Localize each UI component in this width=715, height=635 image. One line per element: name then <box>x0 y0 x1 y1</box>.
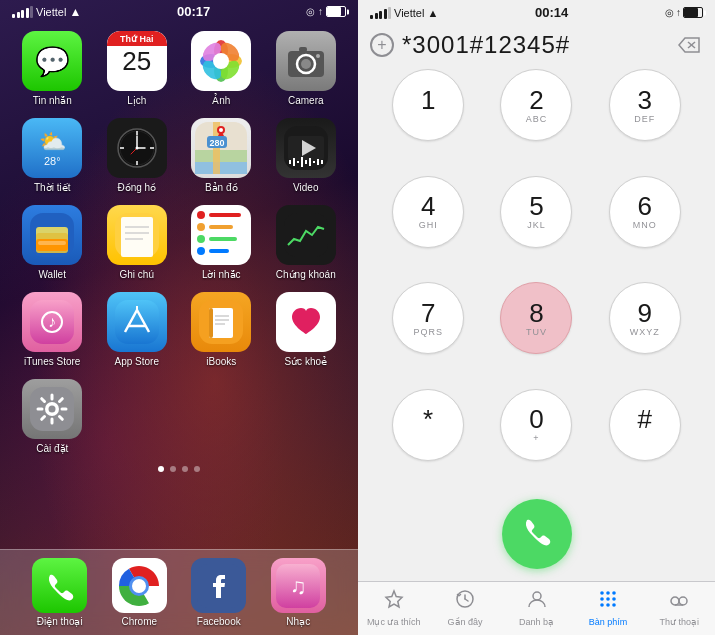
app-video[interactable]: Video <box>270 118 343 193</box>
notes-icon <box>107 205 167 265</box>
app-maps[interactable]: 280 Bản đồ <box>185 118 258 193</box>
right-battery <box>683 7 703 18</box>
carrier-label: Viettel <box>36 6 66 18</box>
contacts-label: Danh bạ <box>519 617 554 627</box>
key-0-main: 0 <box>529 406 543 432</box>
page-dot-1[interactable] <box>158 466 164 472</box>
svg-rect-63 <box>209 308 213 338</box>
key-4[interactable]: 4 GHI <box>392 176 464 248</box>
key-hash-main: # <box>638 406 652 432</box>
dialer-status-bar: Viettel ▲ 00:14 ◎ ↑ <box>358 0 715 25</box>
key-0-sub: + <box>533 433 539 443</box>
page-dot-2[interactable] <box>170 466 176 472</box>
svg-point-101 <box>679 597 687 605</box>
app-camera[interactable]: Camera <box>270 31 343 106</box>
key-9[interactable]: 9 WXYZ <box>609 282 681 354</box>
app-messages[interactable]: 💬 Tin nhắn <box>16 31 89 106</box>
key-8[interactable]: 8 TUV <box>500 282 572 354</box>
svg-line-78 <box>42 417 45 420</box>
sig1 <box>12 14 15 18</box>
app-calendar[interactable]: Thứ Hai 25 Lịch <box>101 31 174 106</box>
health-label: Sức khoẻ <box>284 356 327 367</box>
appstore-label: App Store <box>115 356 159 367</box>
right-loc-icon: ◎ <box>665 7 674 18</box>
key-6-sub: MNO <box>633 220 657 230</box>
keypad: 1 2 ABC 3 DEF 4 GHI 5 JKL 6 MNO 7 <box>358 65 715 491</box>
app-stocks[interactable]: Chứng khoán <box>270 205 343 280</box>
keypad-label: Bàn phím <box>589 617 628 627</box>
signal-bars <box>12 6 33 18</box>
facebook-icon <box>191 558 246 613</box>
app-reminders[interactable]: Lời nhắc <box>185 205 258 280</box>
tab-favorites[interactable]: Mục ưa thích <box>358 588 429 627</box>
key-1[interactable]: 1 <box>392 69 464 141</box>
svg-point-94 <box>600 597 604 601</box>
app-clock[interactable]: Đồng hồ <box>101 118 174 193</box>
app-settings[interactable]: Cài đặt <box>16 379 89 454</box>
svg-point-8 <box>213 53 229 69</box>
dock-music[interactable]: ♫ Nhạc <box>271 558 326 627</box>
app-appstore[interactable]: App Store <box>101 292 174 367</box>
key-3[interactable]: 3 DEF <box>609 69 681 141</box>
tab-bar: Mục ưa thích Gần đây Danh bạ <box>358 581 715 635</box>
key-6[interactable]: 6 MNO <box>609 176 681 248</box>
dock-facebook[interactable]: Facebook <box>191 558 246 627</box>
page-dot-4[interactable] <box>194 466 200 472</box>
video-label: Video <box>293 182 318 193</box>
recents-label: Gần đây <box>448 617 483 627</box>
photos-label: Ảnh <box>212 95 230 106</box>
call-button[interactable] <box>502 499 572 569</box>
voicemail-label: Thư thoại <box>660 617 700 627</box>
tab-keypad[interactable]: Bàn phím <box>572 588 643 627</box>
health-icon <box>276 292 336 352</box>
page-dot-3[interactable] <box>182 466 188 472</box>
app-photos[interactable]: Ảnh <box>185 31 258 106</box>
key-star[interactable]: * <box>392 389 464 461</box>
favorites-icon <box>383 588 405 615</box>
dialer-delete-button[interactable] <box>675 35 703 55</box>
key-4-main: 4 <box>421 193 435 219</box>
keypad-icon <box>597 588 619 615</box>
music-label: Nhạc <box>286 616 310 627</box>
voicemail-icon <box>668 588 690 615</box>
svg-point-90 <box>533 592 541 600</box>
key-5[interactable]: 5 JKL <box>500 176 572 248</box>
svg-rect-51 <box>121 217 153 257</box>
clock-label: Đồng hồ <box>117 182 156 193</box>
left-phone: Viettel ▲ 00:17 ◎ ↑ 💬 Tin nhắn Thứ Hai <box>0 0 358 635</box>
reminders-label: Lời nhắc <box>202 269 241 280</box>
key-0[interactable]: 0 + <box>500 389 572 461</box>
camera-icon <box>276 31 336 91</box>
contacts-icon <box>526 588 548 615</box>
dock-phone[interactable]: Điện thoại <box>32 558 87 627</box>
key-7[interactable]: 7 PQRS <box>392 282 464 354</box>
dialer-input-row: + *3001#12345# <box>358 25 715 65</box>
svg-rect-55 <box>284 213 328 257</box>
tab-voicemail[interactable]: Thư thoại <box>644 588 715 627</box>
tab-contacts[interactable]: Danh bạ <box>501 588 572 627</box>
signal-icon2: ↑ <box>318 6 323 17</box>
maps-icon: 280 <box>191 118 251 178</box>
dock-chrome[interactable]: Chrome <box>112 558 167 627</box>
key-9-main: 9 <box>638 300 652 326</box>
left-status-bar: Viettel ▲ 00:17 ◎ ↑ <box>0 0 358 23</box>
dialer-plus-button[interactable]: + <box>370 33 394 57</box>
itunes-icon: ♪ <box>22 292 82 352</box>
svg-point-11 <box>301 59 311 69</box>
tab-recents[interactable]: Gần đây <box>429 588 500 627</box>
app-ibooks[interactable]: iBooks <box>185 292 258 367</box>
key-hash[interactable]: # <box>609 389 681 461</box>
left-status-left: Viettel ▲ <box>12 5 81 19</box>
app-health[interactable]: Sức khoẻ <box>270 292 343 367</box>
page-dots <box>0 466 358 472</box>
key-2[interactable]: 2 ABC <box>500 69 572 141</box>
left-time: 00:17 <box>177 4 210 19</box>
messages-icon: 💬 <box>22 31 82 91</box>
svg-point-30 <box>219 128 223 132</box>
weather-icon: ⛅ 28° <box>22 118 82 178</box>
settings-label: Cài đặt <box>36 443 68 454</box>
app-wallet[interactable]: Wallet <box>16 205 89 280</box>
app-notes[interactable]: Ghi chú <box>101 205 174 280</box>
app-itunes[interactable]: ♪ iTunes Store <box>16 292 89 367</box>
app-weather[interactable]: ⛅ 28° Thời tiết <box>16 118 89 193</box>
